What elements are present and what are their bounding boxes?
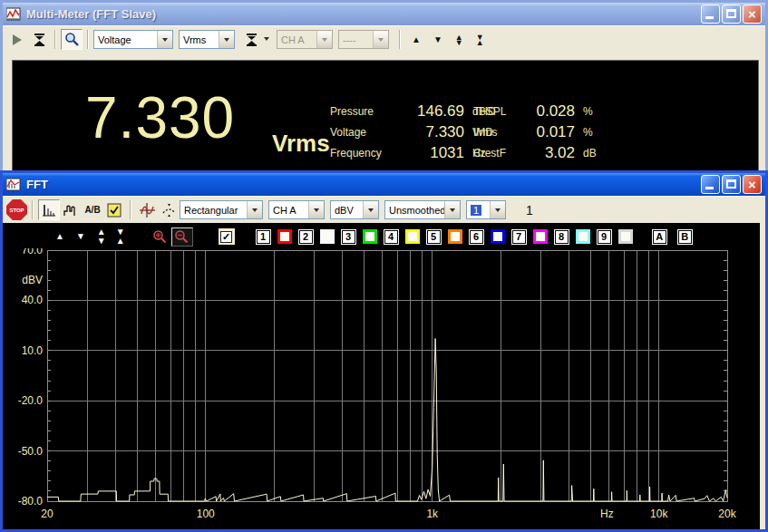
stat-value: 0.017 [519,123,575,141]
curve-1-color-toggle[interactable] [277,229,292,244]
spectrum-trace [47,339,727,502]
dropdown-arrow-icon [316,31,332,48]
curve-visibility-checkbox[interactable]: ✓ [219,228,235,245]
stat-value: 1031 [390,144,464,162]
overlay-a-button[interactable]: A [653,230,666,244]
curve-selector: 4 [384,229,420,244]
autoscale-button[interactable] [28,29,50,50]
expand-scale-button[interactable]: ▲▼ [455,34,463,45]
peak-hold-view-button[interactable] [60,199,82,220]
axis-label: 100 [197,508,215,520]
fft-window-select[interactable]: Rectangular [180,200,263,219]
settings-checklist-button[interactable] [103,199,125,220]
multimeter-titlebar[interactable]: Multi-Meter (FFT Slave) × [3,3,765,25]
fft-app-icon [6,178,21,192]
curve-selector: 6 [470,229,505,244]
range-collapse-button[interactable] [240,29,262,50]
stat-label: IMD [473,126,519,139]
stat-unit: % [575,105,606,118]
curve-2-button[interactable]: 2 [299,230,313,244]
signal-select[interactable]: Voltage [93,30,173,49]
check-icon: ✓ [220,231,232,243]
scale-up-button[interactable]: ▲ [55,232,64,241]
spectrum-icon [42,203,56,218]
maximize-button[interactable] [722,5,741,24]
stop-button[interactable]: STOP [6,199,27,220]
curve-6-button[interactable]: 6 [470,230,483,244]
curve-8-color-toggle[interactable] [576,229,590,244]
curve-2-color-toggle[interactable] [320,229,335,244]
overlay-b-button[interactable]: B [678,230,692,244]
curve-8-button[interactable]: 8 [555,230,569,244]
curve-selector: 1 [257,229,292,244]
curve-9-color-toggle[interactable] [618,229,633,244]
multimeter-window: Multi-Meter (FFT Slave) × [0,0,768,172]
zoom-toggle-button[interactable] [61,29,83,50]
zoom-in-button[interactable] [150,227,171,247]
axis-label: 20k [718,508,736,520]
ab-buttons: AB [653,230,692,244]
compress-scale-button[interactable]: ▼▲ [116,227,125,246]
curve-9-button[interactable]: 9 [598,230,611,244]
fft-unit-select[interactable]: dBV [330,200,379,219]
peak-tracking-button[interactable] [158,199,180,220]
dropdown-arrow-icon[interactable] [444,201,460,218]
curve-5-button[interactable]: 5 [427,230,441,244]
minimize-button[interactable] [701,175,720,194]
dropdown-arrow-icon[interactable] [247,201,262,218]
curve-7-button[interactable]: 7 [512,230,526,244]
multimeter-app-icon [6,7,21,22]
screen: Multi-Meter (FFT Slave) × [0,0,768,532]
axis-label: 40.0 [22,294,44,306]
curve-4-button[interactable]: 4 [384,230,398,244]
time-domain-button[interactable] [136,199,158,220]
maximize-button[interactable] [722,175,741,194]
scale-down-button[interactable]: ▼ [433,35,442,44]
stat-label: Voltage [330,126,390,139]
multimeter-title: Multi-Meter (FFT Slave) [24,7,697,21]
close-button[interactable]: × [743,5,762,24]
dropdown-arrow-icon[interactable] [490,201,505,218]
scale-down-button[interactable]: ▼ [76,232,85,241]
fft-client-area: ▲ ▼ ▲▼ ▼▲ [3,223,765,529]
axis-label: -80.0 [18,495,44,508]
curve-7-color-toggle[interactable] [533,229,548,244]
dropdown-arrow-icon[interactable] [219,31,234,48]
ab-compare-button[interactable]: A/B [82,199,103,220]
axes-waveform-icon [140,203,155,218]
curve-selector: 5 [427,229,462,244]
dropdown-arrow-icon[interactable] [308,201,324,218]
curve-6-color-toggle[interactable] [491,229,505,244]
curve-3-button[interactable]: 3 [342,230,355,244]
run-button[interactable] [6,29,28,50]
average-count-select[interactable]: 1 [466,200,506,219]
range-dropdown-icon[interactable] [264,37,269,44]
curve-5-color-toggle[interactable] [448,229,462,244]
stat-unit: dB [575,147,606,160]
spectrum-plot[interactable]: 70.040.010.0-20.0-50.0-80.0dBV201001k10k… [3,248,760,532]
axis-label: 1k [426,508,439,520]
stat-unit: % [575,126,606,139]
curve-1-button[interactable]: 1 [257,230,270,244]
smoothing-select[interactable]: Unsmoothed [384,200,461,219]
spectrum-view-button[interactable] [38,199,60,220]
dropdown-arrow-icon[interactable] [157,31,172,48]
compress-scale-button[interactable]: ▼▲ [476,34,484,45]
expand-scale-button[interactable]: ▲▼ [97,227,106,246]
fft-channel-select[interactable]: CH A [268,200,325,219]
fft-titlebar[interactable]: FFT × [3,173,765,196]
minimize-button[interactable] [701,5,720,24]
ab-icon: A/B [84,205,100,215]
dropdown-arrow-icon[interactable] [363,201,378,218]
axis-label: Hz [600,508,614,520]
curve-4-color-toggle[interactable] [405,229,420,244]
zoom-out-icon [174,229,190,245]
stat-label: Pressure [330,105,390,118]
unit-select[interactable]: Vrms [179,30,235,49]
curve-3-color-toggle[interactable] [363,229,377,244]
scale-up-button[interactable]: ▲ [412,35,421,44]
close-button[interactable]: × [743,175,762,194]
meter-display: 7.330 Vrms Pressure146.69dBSPLVoltage7.3… [12,60,759,172]
stat-value: 3.02 [519,144,575,162]
zoom-out-button[interactable] [171,227,193,247]
